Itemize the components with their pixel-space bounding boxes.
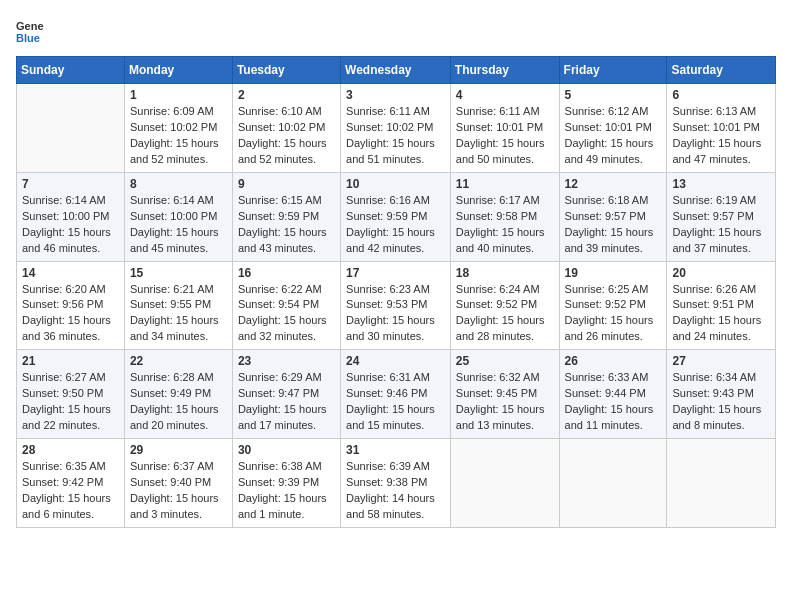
day-number: 12 xyxy=(565,177,662,191)
cell-info: Sunrise: 6:27 AM Sunset: 9:50 PM Dayligh… xyxy=(22,370,119,434)
cell-info: Sunrise: 6:38 AM Sunset: 9:39 PM Dayligh… xyxy=(238,459,335,523)
day-number: 24 xyxy=(346,354,445,368)
cell-info: Sunrise: 6:11 AM Sunset: 10:01 PM Daylig… xyxy=(456,104,554,168)
day-number: 15 xyxy=(130,266,227,280)
calendar-cell: 27Sunrise: 6:34 AM Sunset: 9:43 PM Dayli… xyxy=(667,350,776,439)
day-number: 11 xyxy=(456,177,554,191)
cell-info: Sunrise: 6:23 AM Sunset: 9:53 PM Dayligh… xyxy=(346,282,445,346)
day-number: 2 xyxy=(238,88,335,102)
day-number: 31 xyxy=(346,443,445,457)
cell-info: Sunrise: 6:22 AM Sunset: 9:54 PM Dayligh… xyxy=(238,282,335,346)
day-of-week-header: Friday xyxy=(559,57,667,84)
cell-info: Sunrise: 6:28 AM Sunset: 9:49 PM Dayligh… xyxy=(130,370,227,434)
day-number: 1 xyxy=(130,88,227,102)
calendar-cell: 18Sunrise: 6:24 AM Sunset: 9:52 PM Dayli… xyxy=(450,261,559,350)
calendar-week-row: 7Sunrise: 6:14 AM Sunset: 10:00 PM Dayli… xyxy=(17,172,776,261)
cell-info: Sunrise: 6:11 AM Sunset: 10:02 PM Daylig… xyxy=(346,104,445,168)
day-number: 3 xyxy=(346,88,445,102)
calendar-cell: 10Sunrise: 6:16 AM Sunset: 9:59 PM Dayli… xyxy=(341,172,451,261)
day-number: 4 xyxy=(456,88,554,102)
calendar-cell: 19Sunrise: 6:25 AM Sunset: 9:52 PM Dayli… xyxy=(559,261,667,350)
day-number: 17 xyxy=(346,266,445,280)
calendar-table: SundayMondayTuesdayWednesdayThursdayFrid… xyxy=(16,56,776,528)
day-number: 16 xyxy=(238,266,335,280)
cell-info: Sunrise: 6:13 AM Sunset: 10:01 PM Daylig… xyxy=(672,104,770,168)
day-of-week-header: Tuesday xyxy=(232,57,340,84)
calendar-cell: 11Sunrise: 6:17 AM Sunset: 9:58 PM Dayli… xyxy=(450,172,559,261)
cell-info: Sunrise: 6:32 AM Sunset: 9:45 PM Dayligh… xyxy=(456,370,554,434)
calendar-cell: 9Sunrise: 6:15 AM Sunset: 9:59 PM Daylig… xyxy=(232,172,340,261)
day-number: 27 xyxy=(672,354,770,368)
cell-info: Sunrise: 6:17 AM Sunset: 9:58 PM Dayligh… xyxy=(456,193,554,257)
calendar-cell: 13Sunrise: 6:19 AM Sunset: 9:57 PM Dayli… xyxy=(667,172,776,261)
day-number: 6 xyxy=(672,88,770,102)
calendar-cell: 17Sunrise: 6:23 AM Sunset: 9:53 PM Dayli… xyxy=(341,261,451,350)
day-number: 18 xyxy=(456,266,554,280)
cell-info: Sunrise: 6:21 AM Sunset: 9:55 PM Dayligh… xyxy=(130,282,227,346)
day-number: 19 xyxy=(565,266,662,280)
calendar-cell: 24Sunrise: 6:31 AM Sunset: 9:46 PM Dayli… xyxy=(341,350,451,439)
calendar-cell: 4Sunrise: 6:11 AM Sunset: 10:01 PM Dayli… xyxy=(450,84,559,173)
calendar-cell: 7Sunrise: 6:14 AM Sunset: 10:00 PM Dayli… xyxy=(17,172,125,261)
day-of-week-header: Monday xyxy=(124,57,232,84)
day-number: 26 xyxy=(565,354,662,368)
day-number: 21 xyxy=(22,354,119,368)
calendar-cell xyxy=(17,84,125,173)
day-number: 13 xyxy=(672,177,770,191)
cell-info: Sunrise: 6:24 AM Sunset: 9:52 PM Dayligh… xyxy=(456,282,554,346)
calendar-cell: 1Sunrise: 6:09 AM Sunset: 10:02 PM Dayli… xyxy=(124,84,232,173)
day-of-week-header: Saturday xyxy=(667,57,776,84)
day-number: 7 xyxy=(22,177,119,191)
day-of-week-header: Thursday xyxy=(450,57,559,84)
cell-info: Sunrise: 6:19 AM Sunset: 9:57 PM Dayligh… xyxy=(672,193,770,257)
cell-info: Sunrise: 6:09 AM Sunset: 10:02 PM Daylig… xyxy=(130,104,227,168)
calendar-cell: 15Sunrise: 6:21 AM Sunset: 9:55 PM Dayli… xyxy=(124,261,232,350)
cell-info: Sunrise: 6:35 AM Sunset: 9:42 PM Dayligh… xyxy=(22,459,119,523)
day-number: 25 xyxy=(456,354,554,368)
calendar-cell: 23Sunrise: 6:29 AM Sunset: 9:47 PM Dayli… xyxy=(232,350,340,439)
page-header: General Blue xyxy=(16,16,776,44)
day-number: 29 xyxy=(130,443,227,457)
cell-info: Sunrise: 6:33 AM Sunset: 9:44 PM Dayligh… xyxy=(565,370,662,434)
calendar-week-row: 21Sunrise: 6:27 AM Sunset: 9:50 PM Dayli… xyxy=(17,350,776,439)
calendar-cell: 2Sunrise: 6:10 AM Sunset: 10:02 PM Dayli… xyxy=(232,84,340,173)
day-number: 23 xyxy=(238,354,335,368)
day-number: 10 xyxy=(346,177,445,191)
calendar-cell: 14Sunrise: 6:20 AM Sunset: 9:56 PM Dayli… xyxy=(17,261,125,350)
cell-info: Sunrise: 6:16 AM Sunset: 9:59 PM Dayligh… xyxy=(346,193,445,257)
svg-text:Blue: Blue xyxy=(16,32,40,44)
cell-info: Sunrise: 6:15 AM Sunset: 9:59 PM Dayligh… xyxy=(238,193,335,257)
calendar-cell: 8Sunrise: 6:14 AM Sunset: 10:00 PM Dayli… xyxy=(124,172,232,261)
cell-info: Sunrise: 6:12 AM Sunset: 10:01 PM Daylig… xyxy=(565,104,662,168)
day-of-week-header: Sunday xyxy=(17,57,125,84)
svg-text:General: General xyxy=(16,20,44,32)
calendar-header-row: SundayMondayTuesdayWednesdayThursdayFrid… xyxy=(17,57,776,84)
cell-info: Sunrise: 6:14 AM Sunset: 10:00 PM Daylig… xyxy=(130,193,227,257)
cell-info: Sunrise: 6:31 AM Sunset: 9:46 PM Dayligh… xyxy=(346,370,445,434)
calendar-cell: 6Sunrise: 6:13 AM Sunset: 10:01 PM Dayli… xyxy=(667,84,776,173)
cell-info: Sunrise: 6:10 AM Sunset: 10:02 PM Daylig… xyxy=(238,104,335,168)
day-number: 8 xyxy=(130,177,227,191)
day-number: 28 xyxy=(22,443,119,457)
logo: General Blue xyxy=(16,16,48,44)
day-number: 9 xyxy=(238,177,335,191)
calendar-week-row: 1Sunrise: 6:09 AM Sunset: 10:02 PM Dayli… xyxy=(17,84,776,173)
cell-info: Sunrise: 6:25 AM Sunset: 9:52 PM Dayligh… xyxy=(565,282,662,346)
day-number: 30 xyxy=(238,443,335,457)
calendar-cell: 30Sunrise: 6:38 AM Sunset: 9:39 PM Dayli… xyxy=(232,439,340,528)
calendar-cell: 21Sunrise: 6:27 AM Sunset: 9:50 PM Dayli… xyxy=(17,350,125,439)
cell-info: Sunrise: 6:18 AM Sunset: 9:57 PM Dayligh… xyxy=(565,193,662,257)
day-number: 5 xyxy=(565,88,662,102)
calendar-cell: 26Sunrise: 6:33 AM Sunset: 9:44 PM Dayli… xyxy=(559,350,667,439)
calendar-cell: 12Sunrise: 6:18 AM Sunset: 9:57 PM Dayli… xyxy=(559,172,667,261)
calendar-cell: 25Sunrise: 6:32 AM Sunset: 9:45 PM Dayli… xyxy=(450,350,559,439)
calendar-week-row: 14Sunrise: 6:20 AM Sunset: 9:56 PM Dayli… xyxy=(17,261,776,350)
calendar-cell: 22Sunrise: 6:28 AM Sunset: 9:49 PM Dayli… xyxy=(124,350,232,439)
calendar-cell: 3Sunrise: 6:11 AM Sunset: 10:02 PM Dayli… xyxy=(341,84,451,173)
calendar-cell: 29Sunrise: 6:37 AM Sunset: 9:40 PM Dayli… xyxy=(124,439,232,528)
calendar-cell: 20Sunrise: 6:26 AM Sunset: 9:51 PM Dayli… xyxy=(667,261,776,350)
cell-info: Sunrise: 6:14 AM Sunset: 10:00 PM Daylig… xyxy=(22,193,119,257)
cell-info: Sunrise: 6:29 AM Sunset: 9:47 PM Dayligh… xyxy=(238,370,335,434)
cell-info: Sunrise: 6:20 AM Sunset: 9:56 PM Dayligh… xyxy=(22,282,119,346)
cell-info: Sunrise: 6:34 AM Sunset: 9:43 PM Dayligh… xyxy=(672,370,770,434)
